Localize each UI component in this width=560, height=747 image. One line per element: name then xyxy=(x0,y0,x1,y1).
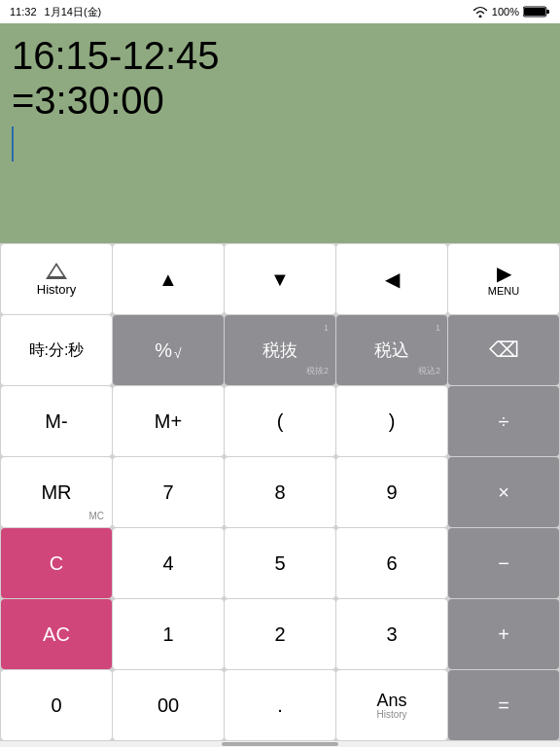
wifi-icon xyxy=(472,6,488,18)
label-9: 9 xyxy=(386,482,397,502)
m-minus-button[interactable]: M- xyxy=(1,386,112,456)
backspace-button[interactable]: ⌫ xyxy=(448,315,559,385)
divide-button[interactable]: ÷ xyxy=(448,386,559,456)
mr-label: MR xyxy=(41,481,71,504)
label-2: 2 xyxy=(274,624,285,644)
key-dot[interactable]: . xyxy=(225,670,335,740)
multiply-label: × xyxy=(498,482,509,502)
key-row-bottom: 0 00 . Ans History = xyxy=(1,670,559,740)
key-6[interactable]: 6 xyxy=(336,528,447,598)
backspace-icon: ⌫ xyxy=(489,338,519,363)
display-line1: 16:15-12:45 xyxy=(12,33,548,78)
key-row-123: AC 1 2 3 + xyxy=(1,599,559,669)
svg-rect-2 xyxy=(524,8,545,16)
label-dot: . xyxy=(277,695,283,715)
lparen-button[interactable]: ( xyxy=(225,386,335,456)
key-8[interactable]: 8 xyxy=(225,457,335,527)
menu-button[interactable]: ▶ MENU xyxy=(448,244,559,314)
arrow-down-button[interactable]: ▼ xyxy=(225,244,335,314)
status-battery: 100% xyxy=(492,6,519,18)
tax-ex-sub1: 1 xyxy=(324,323,329,333)
label-4: 4 xyxy=(162,553,173,573)
c-label: C xyxy=(50,553,63,573)
status-bar: 11:32 1月14日(金) 100% xyxy=(0,0,560,23)
display-area: 16:15-12:45 =3:30:00 xyxy=(0,23,560,243)
display-line2: =3:30:00 xyxy=(12,78,548,123)
tax-ex-sub2: 税抜2 xyxy=(306,365,329,377)
key-row-func: 時:分:秒 % √ 税抜 1 税抜2 税込 1 税込2 ⌫ xyxy=(1,315,559,385)
status-date: 1月14日(金) xyxy=(45,5,102,19)
home-indicator-bar xyxy=(222,742,338,746)
history-button[interactable]: History xyxy=(1,244,112,314)
subtract-label: − xyxy=(498,553,509,573)
svg-rect-1 xyxy=(546,10,549,14)
key-1[interactable]: 1 xyxy=(113,599,224,669)
label-5: 5 xyxy=(274,553,285,573)
tax-in-label: 税込 xyxy=(374,338,409,362)
lparen-label: ( xyxy=(277,411,284,431)
pct-sqrt-label: % √ xyxy=(155,339,181,362)
add-label: + xyxy=(498,624,509,644)
label-7: 7 xyxy=(162,482,173,502)
arrow-left-icon: ◀ xyxy=(385,269,400,289)
status-left: 11:32 1月14日(金) xyxy=(10,5,101,19)
label-6: 6 xyxy=(386,553,397,573)
tax-in-sub2: 税込2 xyxy=(418,365,440,377)
divide-label: ÷ xyxy=(499,411,509,431)
display-expression: 16:15-12:45 =3:30:00 xyxy=(12,33,548,123)
key-row-456: C 4 5 6 − xyxy=(1,528,559,598)
hms-button[interactable]: 時:分:秒 xyxy=(1,315,112,385)
arrow-up-icon: ▲ xyxy=(158,269,178,289)
label-8: 8 xyxy=(274,482,285,502)
key-4[interactable]: 4 xyxy=(113,528,224,598)
key-2[interactable]: 2 xyxy=(225,599,335,669)
tax-ex-button[interactable]: 税抜 1 税抜2 xyxy=(225,315,335,385)
status-right: 100% xyxy=(472,5,550,18)
multiply-button[interactable]: × xyxy=(448,457,559,527)
key-3[interactable]: 3 xyxy=(336,599,447,669)
key-5[interactable]: 5 xyxy=(225,528,335,598)
keypad: History ▲ ▼ ◀ ▶ MENU 時:分:秒 % √ 税抜 1 xyxy=(0,243,560,741)
tax-in-button[interactable]: 税込 1 税込2 xyxy=(336,315,447,385)
rparen-label: ) xyxy=(389,411,396,431)
arrow-down-icon: ▼ xyxy=(270,269,290,289)
arrow-up-button[interactable]: ▲ xyxy=(113,244,224,314)
tax-ex-label: 税抜 xyxy=(262,338,298,362)
home-indicator xyxy=(0,741,560,747)
mr-button[interactable]: MR MC xyxy=(1,457,112,527)
c-button[interactable]: C xyxy=(1,528,112,598)
key-9[interactable]: 9 xyxy=(336,457,447,527)
status-time: 11:32 xyxy=(10,6,37,18)
history-label: History xyxy=(37,282,76,297)
battery-icon xyxy=(523,5,550,18)
subtract-button[interactable]: − xyxy=(448,528,559,598)
equals-label: = xyxy=(498,695,509,715)
ans-history-button[interactable]: Ans History xyxy=(336,670,447,740)
ac-label: AC xyxy=(43,624,70,644)
tax-in-sub1: 1 xyxy=(436,323,440,333)
key-00[interactable]: 00 xyxy=(113,670,224,740)
key-7[interactable]: 7 xyxy=(113,457,224,527)
hms-label: 時:分:秒 xyxy=(29,340,85,361)
ac-button[interactable]: AC xyxy=(1,599,112,669)
menu-label: MENU xyxy=(488,285,519,297)
m-plus-label: M+ xyxy=(155,411,182,431)
display-cursor xyxy=(12,126,14,161)
arrow-right-icon: ▶ xyxy=(497,262,511,285)
m-minus-label: M- xyxy=(45,411,67,431)
key-row-789: MR MC 7 8 9 × xyxy=(1,457,559,527)
label-1: 1 xyxy=(162,624,173,644)
m-plus-button[interactable]: M+ xyxy=(113,386,224,456)
equals-button[interactable]: = xyxy=(448,670,559,740)
pct-sqrt-button[interactable]: % √ xyxy=(113,315,224,385)
key-row-mem: M- M+ ( ) ÷ xyxy=(1,386,559,456)
key-row-nav: History ▲ ▼ ◀ ▶ MENU xyxy=(1,244,559,314)
rparen-button[interactable]: ) xyxy=(336,386,447,456)
label-0: 0 xyxy=(51,695,61,715)
key-0[interactable]: 0 xyxy=(1,670,112,740)
label-00: 00 xyxy=(158,695,179,715)
ans-label: Ans xyxy=(376,692,406,709)
add-button[interactable]: + xyxy=(448,599,559,669)
mc-label: MC xyxy=(88,511,104,521)
arrow-left-button[interactable]: ◀ xyxy=(336,244,447,314)
